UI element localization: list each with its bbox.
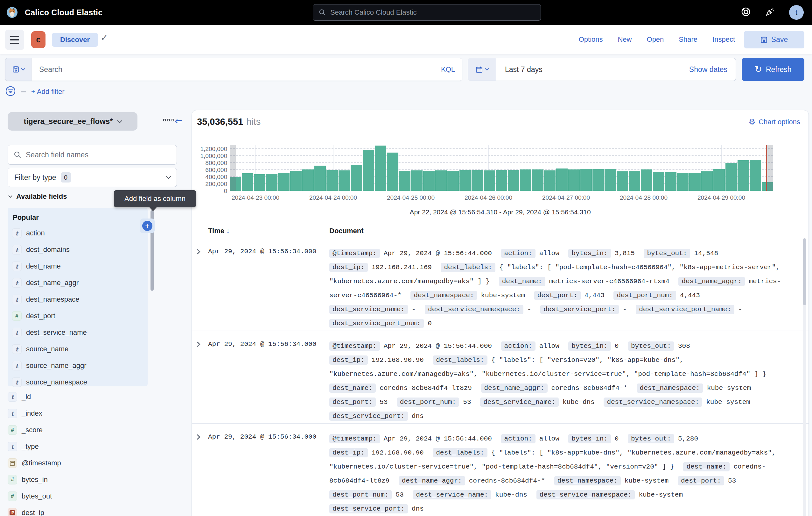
field-item-@timestamp[interactable]: @timestamp — [8, 455, 148, 471]
histogram-bar[interactable] — [568, 169, 580, 191]
histogram-bar[interactable] — [653, 172, 664, 191]
doc-field-badge[interactable]: dest_namespace: — [554, 476, 621, 485]
field-item-source_name_aggr[interactable]: tsource_name_aggr — [12, 357, 148, 374]
doc-field-badge[interactable]: @timestamp: — [329, 342, 380, 351]
doc-field-badge[interactable]: dest_name_aggr: — [399, 476, 465, 485]
global-search-box[interactable] — [313, 4, 541, 21]
doc-field-badge[interactable]: action: — [501, 342, 535, 351]
histogram-bar[interactable] — [750, 160, 761, 191]
histogram-bar[interactable] — [471, 170, 483, 191]
histogram-bar[interactable] — [290, 171, 302, 191]
histogram-bar[interactable] — [641, 169, 652, 191]
histogram-bar[interactable] — [725, 163, 737, 191]
doc-field-badge[interactable]: dest_service_namespace: — [536, 490, 635, 499]
doc-field-badge[interactable]: dest_labels: — [433, 448, 487, 457]
histogram-bar[interactable] — [326, 170, 338, 191]
histogram-bar[interactable] — [508, 170, 519, 191]
index-pattern-selector[interactable]: tigera_secure_ee_flows* — [8, 112, 138, 131]
histogram-bar[interactable] — [737, 160, 749, 191]
doc-field-badge[interactable]: action: — [501, 434, 535, 443]
doc-field-badge[interactable]: dest_service_namespace: — [604, 398, 702, 407]
doc-field-badge[interactable]: dest_ip: — [329, 355, 368, 365]
doc-field-badge[interactable]: dest_labels: — [441, 263, 495, 272]
histogram-bar[interactable] — [399, 171, 410, 191]
show-dates-button[interactable]: Show dates — [689, 58, 736, 81]
histogram-bar[interactable] — [435, 170, 447, 191]
refresh-button[interactable]: ↻ Refresh — [742, 58, 804, 81]
doc-field-badge[interactable]: dest_namespace: — [410, 291, 477, 300]
histogram-bar[interactable] — [496, 170, 507, 191]
saved-query-menu[interactable] — [5, 58, 31, 81]
time-range-picker[interactable]: Last 7 days Show dates — [468, 58, 736, 81]
expand-row-icon[interactable] — [195, 434, 200, 440]
doc-field-badge[interactable]: dest_name_aggr: — [678, 277, 745, 286]
space-badge[interactable]: c — [31, 31, 46, 48]
doc-field-badge[interactable]: dest_port: — [329, 398, 376, 407]
available-fields-header[interactable]: Available fields — [9, 192, 67, 201]
histogram-bar[interactable] — [532, 169, 544, 191]
filter-by-type-select[interactable]: Filter by type 0 — [8, 168, 177, 187]
doc-field-badge[interactable]: dest_port_num: — [613, 291, 676, 300]
histogram-bar[interactable] — [689, 173, 701, 191]
field-item-dest_namespace[interactable]: tdest_namespace — [12, 291, 148, 308]
histogram-bar[interactable] — [544, 170, 555, 191]
doc-field-badge[interactable]: bytes_in: — [568, 342, 611, 351]
time-column-header[interactable]: Time↓ — [208, 227, 230, 235]
field-item-_score[interactable]: #_score — [8, 422, 148, 438]
user-avatar[interactable]: t — [789, 5, 804, 20]
doc-field-badge[interactable]: dest_service_port: — [329, 411, 408, 421]
field-settings-icon[interactable] — [163, 119, 174, 121]
field-item-dest_service_name[interactable]: tdest_service_name — [12, 324, 148, 341]
histogram-bar[interactable] — [605, 169, 616, 191]
histogram-bar[interactable] — [278, 173, 290, 191]
field-search-input[interactable] — [26, 151, 171, 159]
field-item-dest_name_aggr[interactable]: tdest_name_aggr — [12, 275, 148, 291]
field-item-_index[interactable]: t_index — [8, 405, 148, 422]
histogram-bar[interactable] — [375, 145, 386, 191]
inspect-button[interactable]: Inspect — [713, 35, 735, 44]
doc-field-badge[interactable]: dest_name: — [329, 383, 376, 393]
histogram-bar[interactable] — [411, 170, 423, 191]
histogram-bar[interactable] — [592, 169, 604, 191]
kql-search-bar[interactable]: KQL — [5, 58, 462, 81]
doc-field-badge[interactable]: dest_service_port_name: — [636, 305, 734, 314]
query-input[interactable] — [31, 58, 441, 81]
doc-field-badge[interactable]: dest_service_name: — [413, 490, 491, 499]
doc-field-badge[interactable]: dest_ip: — [329, 448, 368, 457]
doc-field-badge[interactable]: dest_port: — [534, 291, 581, 300]
field-item-dest_domains[interactable]: tdest_domains — [12, 241, 148, 258]
options-button[interactable]: Options — [579, 35, 603, 44]
doc-field-badge[interactable]: dest_service_namespace: — [425, 305, 523, 314]
histogram-bar[interactable] — [242, 173, 253, 191]
doc-field-badge[interactable]: dest_labels: — [433, 355, 487, 365]
histogram-bar[interactable] — [580, 169, 592, 191]
open-button[interactable]: Open — [647, 35, 664, 44]
field-item-dest_ip[interactable]: IPdest_ip — [8, 505, 148, 516]
doc-field-badge[interactable]: @timestamp: — [329, 434, 380, 443]
histogram-bar[interactable] — [665, 172, 676, 191]
calendar-menu[interactable] — [468, 58, 496, 81]
share-button[interactable]: Share — [679, 35, 697, 44]
doc-field-badge[interactable]: dest_name: — [499, 277, 545, 286]
doc-field-badge[interactable]: dest_namespace: — [637, 383, 703, 393]
histogram-bar[interactable] — [629, 171, 640, 191]
kql-language-button[interactable]: KQL — [441, 65, 462, 74]
doc-field-badge[interactable]: bytes_in: — [568, 249, 611, 258]
histogram-bar[interactable] — [460, 170, 471, 191]
expand-row-icon[interactable] — [195, 249, 200, 254]
histogram-bar[interactable] — [266, 174, 278, 191]
filter-icon[interactable] — [5, 86, 16, 98]
save-button[interactable]: Save — [744, 31, 804, 48]
time-range-value[interactable]: Last 7 days — [496, 58, 689, 81]
histogram-bar[interactable] — [339, 170, 350, 191]
doc-field-badge[interactable]: dest_name: — [683, 462, 730, 471]
doc-field-badge[interactable]: dest_ip: — [329, 263, 368, 272]
field-item-_type[interactable]: t_type — [8, 438, 148, 455]
doc-field-badge[interactable]: bytes_out: — [628, 434, 674, 443]
histogram-bar[interactable] — [617, 171, 628, 191]
doc-field-badge[interactable]: dest_service_port_num: — [329, 319, 424, 328]
expand-row-icon[interactable] — [195, 342, 200, 347]
doc-field-badge[interactable]: dest_port_num: — [329, 490, 392, 499]
doc-field-badge[interactable]: dest_name_aggr: — [481, 383, 548, 393]
doc-field-badge[interactable]: bytes_out: — [628, 342, 674, 351]
